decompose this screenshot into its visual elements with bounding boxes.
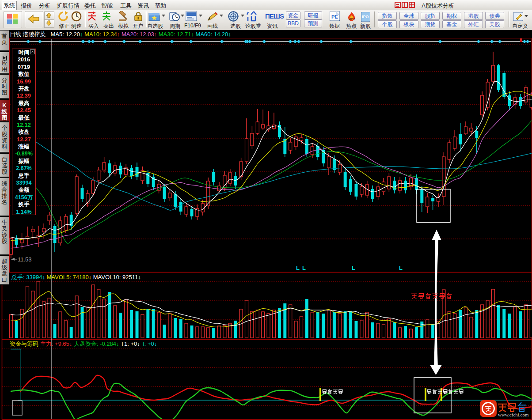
- svg-text:L: L: [302, 265, 306, 271]
- svg-text:总手: 33994↓ MAVOL5: 74180↓ MAVO: 总手: 33994↓ MAVOL5: 74180↓ MAVOL10: 92511…: [11, 274, 141, 280]
- svg-text:资金与筹码 主力: +9.65↓ 大盘资金: -0.284↓: 资金与筹码 主力: +9.65↓ 大盘资金: -0.284↓ T1: +0↓ T…: [10, 341, 157, 347]
- svg-text:HOT: HOT: [349, 18, 356, 21]
- svg-text:L: L: [399, 265, 403, 271]
- svg-text:www.cfchi.com: www.cfchi.com: [498, 412, 529, 417]
- svg-text:日线 涪陵榨菜 MA5: 12.20↓ MA10: 1: 日线 涪陵榨菜 MA5: 12.20↓ MA10: 12.34↑ MA20: 1…: [10, 31, 231, 38]
- svg-text:L: L: [296, 265, 300, 271]
- svg-text:IPO: IPO: [362, 15, 369, 19]
- svg-text:L: L: [352, 265, 355, 271]
- svg-text:11.53: 11.53: [18, 256, 32, 263]
- svg-text:PE: PE: [331, 14, 338, 19]
